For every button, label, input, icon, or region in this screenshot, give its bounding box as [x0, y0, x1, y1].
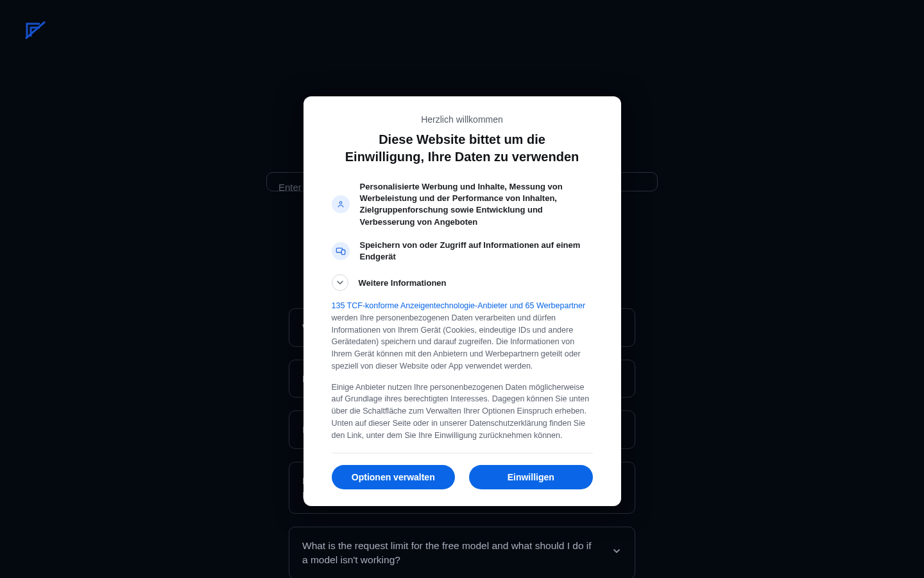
manage-options-button[interactable]: Optionen verwalten — [332, 465, 456, 489]
consent-purpose: Personalisierte Werbung und Inhalte, Mes… — [332, 181, 593, 228]
chevron-down-icon — [332, 274, 348, 291]
consent-paragraph-2: Einige Anbieter nutzen Ihre personenbezo… — [332, 381, 593, 454]
consent-paragraph-1-text: werden Ihre personenbezogenen Daten vera… — [332, 313, 581, 371]
consent-purpose: Speichern von oder Zugriff auf Informati… — [332, 240, 593, 263]
consent-purpose-text: Speichern von oder Zugriff auf Informati… — [360, 240, 593, 263]
consent-purposes: Personalisierte Werbung und Inhalte, Mes… — [332, 181, 593, 263]
consent-partners-link[interactable]: 135 TCF-konforme Anzeigentechnologie-Anb… — [332, 301, 586, 310]
person-icon — [332, 195, 350, 213]
svg-point-0 — [339, 202, 342, 204]
consent-more-row[interactable]: Weitere Informationen — [332, 274, 593, 291]
consent-paragraph-1: 135 TCF-konforme Anzeigentechnologie-Anb… — [332, 300, 593, 372]
agree-button[interactable]: Einwilligen — [469, 465, 593, 489]
svg-rect-2 — [341, 250, 345, 254]
consent-headline: Diese Website bittet um die Einwilligung… — [340, 131, 584, 166]
consent-purpose-text: Personalisierte Werbung und Inhalte, Mes… — [360, 181, 593, 228]
consent-modal-backdrop: Herzlich willkommen Diese Website bittet… — [0, 0, 924, 578]
consent-modal: Herzlich willkommen Diese Website bittet… — [304, 96, 621, 506]
consent-more-label: Weitere Informationen — [359, 278, 447, 288]
consent-button-row: Optionen verwalten Einwilligen — [332, 465, 593, 489]
consent-welcome: Herzlich willkommen — [332, 114, 593, 125]
devices-icon — [332, 242, 350, 260]
